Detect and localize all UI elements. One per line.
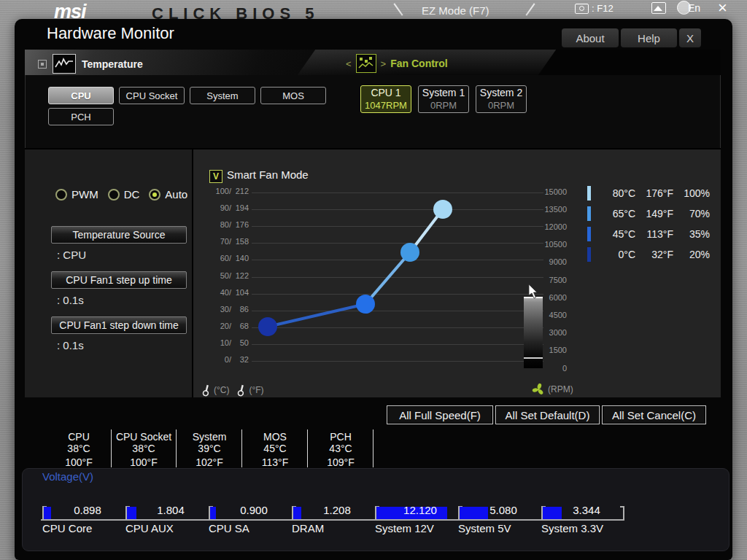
status-fahrenheit: 102°F	[177, 456, 241, 468]
voltage-rail-name: CPU Core	[42, 522, 92, 534]
curve-point-80c[interactable]	[433, 200, 452, 219]
image-icon[interactable]	[651, 2, 666, 14]
voltage-value: 1.804	[136, 504, 206, 516]
left-tick: 30/86	[206, 305, 249, 314]
mode-dc[interactable]: DC	[108, 188, 140, 201]
collapse-box-icon[interactable]	[38, 60, 47, 69]
fan-prev-icon[interactable]: <	[346, 58, 352, 69]
legend-percent: 70%	[673, 208, 710, 219]
ez-mode-button[interactable]: EZ Mode (F7)	[422, 4, 489, 17]
field-temperature-source[interactable]: Temperature Source	[51, 226, 187, 244]
voltage-bar-cpu-core	[44, 507, 51, 519]
left-tick: 20/68	[206, 322, 249, 330]
temp-tab-system[interactable]: System	[190, 87, 255, 104]
legend-row: 65°C149°F70%	[587, 206, 710, 221]
status-celsius: 38°C	[47, 443, 111, 454]
status-name: PCH	[309, 431, 373, 443]
status-temp-pch: PCH43°C109°F	[309, 431, 373, 468]
fan-tab-system-2[interactable]: System 20RPM	[476, 85, 527, 113]
mode-pwm[interactable]: PWM	[55, 188, 98, 201]
radio-auto[interactable]	[149, 189, 160, 201]
fan-mode-radios: PWMDCAuto	[55, 188, 187, 201]
status-fahrenheit: 109°F	[309, 456, 373, 468]
legend-color-bar	[587, 206, 591, 221]
action-all-set-default-d-[interactable]: All Set Default(D)	[495, 405, 600, 424]
field-cpu-fan1-step-up-time[interactable]: CPU Fan1 step up time	[51, 271, 187, 289]
decor-slash-right	[525, 3, 535, 16]
voltage-rail-name: System 12V	[375, 522, 434, 534]
bios-screen: msi CLICK BIOS 5 EZ Mode (F7) : F12 En ×…	[0, 0, 747, 560]
curve-point-45c[interactable]	[356, 295, 375, 314]
voltage-rail-name: CPU AUX	[125, 522, 174, 534]
legend-temp-f: 149°F	[635, 208, 673, 219]
mode-auto[interactable]: Auto	[149, 188, 187, 201]
voltage-title: Voltage(V)	[42, 470, 93, 483]
fan-control-header: < > Fan Control	[346, 54, 448, 73]
fan-name: System 1	[422, 87, 465, 99]
status-name: MOS	[243, 431, 307, 443]
curve-point-65c[interactable]	[400, 243, 419, 262]
voltage-value: 12.120	[385, 504, 455, 516]
legend-percent: 100%	[673, 187, 710, 199]
status-temp-cpu: CPU38°C100°F	[47, 431, 111, 468]
legend-color-bar	[587, 227, 591, 241]
temp-tab-cpu[interactable]: CPU	[48, 87, 114, 104]
temp-tab-pch[interactable]: PCH	[48, 108, 114, 125]
voltage-value: 0.898	[53, 504, 123, 516]
curve-point-0c[interactable]	[258, 317, 277, 336]
fan-tab-system-1[interactable]: System 10RPM	[418, 85, 469, 113]
fan-tabs: CPU 11047RPMSystem 10RPMSystem 20RPM	[360, 85, 527, 113]
field-value: : 0.1s	[57, 339, 187, 352]
action-all-full-speed-f-[interactable]: All Full Speed(F)	[387, 405, 493, 424]
left-tick: 100/212	[206, 187, 249, 195]
fan-rpm: 0RPM	[488, 99, 514, 112]
temp-tab-cpu-socket[interactable]: CPU Socket	[119, 87, 185, 104]
fan-tab-cpu-1[interactable]: CPU 11047RPM	[360, 85, 411, 113]
mouse-cursor	[527, 284, 539, 300]
status-temp-mos: MOS45°C113°F	[243, 431, 307, 468]
temp-tab-mos[interactable]: MOS	[260, 87, 326, 104]
status-name: CPU	[47, 431, 111, 443]
smart-fan-checkbox[interactable]: V	[209, 170, 222, 183]
rpm-axis-unit: (RPM)	[532, 383, 573, 396]
status-fahrenheit: 100°F	[47, 456, 111, 468]
legend-temp-c: 0°C	[601, 249, 635, 260]
mode-label: Auto	[165, 188, 187, 201]
radio-pwm[interactable]	[55, 189, 67, 201]
camera-icon	[575, 4, 589, 14]
status-temp-system: System39°C102°F	[177, 431, 241, 468]
decor-slash-left	[393, 3, 403, 16]
status-separator	[241, 429, 242, 467]
legend-row: 0°C32°F20%	[587, 247, 710, 262]
temperature-tabs: CPUCPU SocketSystemMOSPCH	[48, 87, 338, 125]
help-button[interactable]: Help	[621, 28, 677, 47]
panel-divider-horizontal	[25, 148, 721, 149]
legend-row: 80°C176°F100%	[587, 186, 710, 201]
screenshot-key: : F12	[575, 3, 614, 14]
temperature-graph-icon	[53, 54, 76, 74]
legend-temp-f: 176°F	[635, 187, 673, 199]
action-all-set-cancel-c-[interactable]: All Set Cancel(C)	[602, 405, 706, 424]
thermometer-f-icon	[236, 383, 247, 397]
fan-name: System 2	[480, 87, 522, 99]
close-button[interactable]: X	[679, 28, 701, 47]
legend-percent: 20%	[673, 249, 710, 260]
status-separator	[307, 429, 308, 467]
topbar-close-icon[interactable]: ×	[718, 0, 727, 18]
left-tick: 70/158	[206, 237, 249, 246]
about-button[interactable]: About	[562, 28, 619, 47]
legend-temp-f: 32°F	[635, 249, 673, 260]
legend-color-bar	[587, 186, 591, 201]
fan-control-section-title: Fan Control	[390, 58, 448, 69]
mode-label: PWM	[71, 188, 98, 201]
legend-temp-c: 80°C	[601, 187, 635, 199]
radio-dc[interactable]	[108, 189, 120, 201]
field-cpu-fan1-step-down-time[interactable]: CPU Fan1 step down time	[51, 316, 187, 334]
fan-next-icon[interactable]: >	[381, 58, 387, 69]
voltage-rail-name: System 3.3V	[541, 522, 603, 534]
msi-logo: msi	[54, 1, 86, 23]
language-toggle[interactable]: En	[677, 1, 700, 15]
fan-name: CPU 1	[371, 87, 400, 99]
fan-control-chart-icon	[356, 54, 376, 73]
dialog-title: Hardware Monitor	[47, 24, 174, 43]
